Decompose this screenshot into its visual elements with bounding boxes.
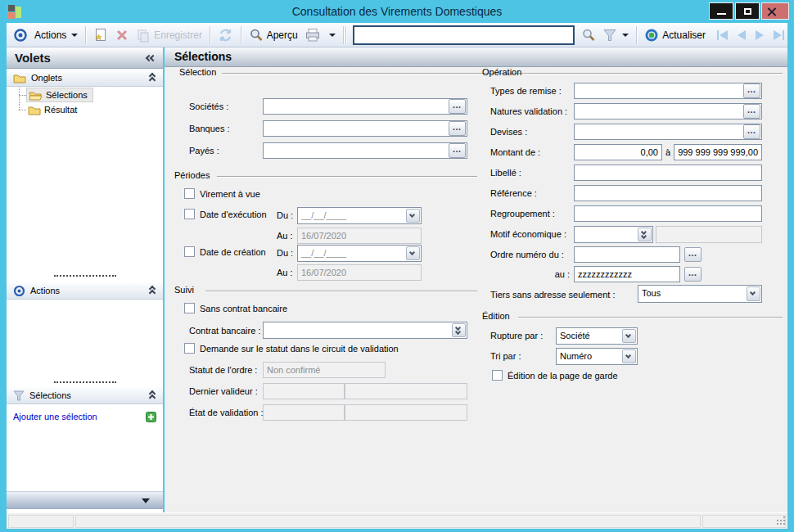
- sans-contrat-checkbox[interactable]: [184, 303, 195, 313]
- motif-economique-detail-input: [656, 226, 762, 243]
- types-remise-label: Types de remise :: [490, 86, 562, 96]
- contrat-bancaire-combo[interactable]: [263, 322, 467, 339]
- rupture-par-label: Rupture par :: [490, 331, 543, 340]
- chevron-down-icon[interactable]: [747, 286, 760, 301]
- ordre-numero-au-input[interactable]: [574, 266, 680, 282]
- ordre-numero-du-browse-button[interactable]: [684, 247, 702, 262]
- sidebar-item-selections[interactable]: Sélections: [26, 88, 93, 102]
- banques-browse-button[interactable]: [449, 121, 466, 136]
- section-actions-header[interactable]: Actions: [7, 282, 163, 300]
- chevron-down-icon[interactable]: [406, 209, 420, 223]
- natures-validation-browse-button[interactable]: [743, 104, 760, 119]
- montant-to-input[interactable]: [674, 144, 762, 160]
- last-record-button[interactable]: [774, 30, 784, 40]
- tri-par-select[interactable]: Numéro: [556, 348, 638, 365]
- refresh-label: Actualiser: [662, 29, 706, 41]
- actions-menu-button[interactable]: Actions: [31, 28, 81, 43]
- rupture-par-select[interactable]: Société: [556, 327, 638, 345]
- chevron-double-down-icon[interactable]: [452, 323, 466, 337]
- sync-button[interactable]: [214, 26, 237, 44]
- group-line: [518, 317, 783, 318]
- tiers-sans-adresse-select[interactable]: Tous: [638, 285, 762, 303]
- tree-guide: [19, 110, 26, 110]
- page-garde-label: Édition de la page de garde: [508, 371, 618, 381]
- maximize-button[interactable]: [735, 2, 760, 20]
- section-selections-header[interactable]: Sélections: [7, 386, 163, 404]
- devises-browse-button[interactable]: [743, 124, 760, 139]
- separator: [241, 26, 241, 44]
- preview-button[interactable]: Aperçu: [246, 26, 301, 44]
- date-creation-du-combo[interactable]: __/__/____: [297, 245, 422, 262]
- add-plus-icon[interactable]: [146, 412, 156, 422]
- first-record-button[interactable]: [717, 30, 728, 40]
- refresh-button[interactable]: Actualiser: [641, 26, 709, 44]
- resize-grip[interactable]: [777, 518, 785, 526]
- collapse-sidebar-button[interactable]: [147, 54, 155, 63]
- regroupement-input[interactable]: [574, 205, 762, 222]
- chevron-down-icon[interactable]: [622, 329, 636, 343]
- payes-input[interactable]: [263, 142, 467, 159]
- contrat-bancaire-label: Contrat bancaire :: [189, 326, 260, 336]
- section-onglets-header[interactable]: Onglets: [7, 69, 163, 87]
- motif-economique-combo[interactable]: [574, 226, 653, 243]
- date-execution-du-combo[interactable]: __/__/____: [297, 207, 422, 224]
- search-button[interactable]: [578, 26, 599, 44]
- libelle-input[interactable]: [574, 165, 762, 181]
- date-creation-checkbox[interactable]: [184, 246, 195, 257]
- funnel-icon: [602, 29, 617, 42]
- page-garde-checkbox[interactable]: [492, 370, 503, 381]
- chevron-double-down-icon[interactable]: [638, 228, 652, 241]
- folder-icon: [28, 105, 41, 115]
- reference-input[interactable]: [574, 185, 762, 201]
- minimize-button[interactable]: [709, 2, 733, 20]
- chevron-down-icon[interactable]: [406, 246, 420, 260]
- au-label: Au :: [277, 231, 293, 241]
- group-suivi-title: Suivi: [174, 285, 194, 295]
- date-execution-checkbox[interactable]: [184, 209, 195, 219]
- refresh-arrows-icon: [218, 28, 233, 43]
- save-label: Enregistrer: [154, 29, 202, 41]
- last-icon: [774, 30, 782, 40]
- next-record-button[interactable]: [756, 30, 764, 40]
- devises-input[interactable]: [574, 124, 762, 140]
- societes-browse-button[interactable]: [449, 99, 466, 114]
- ordre-numero-au-browse-button[interactable]: [684, 267, 702, 282]
- previous-record-button[interactable]: [738, 30, 746, 40]
- add-selection-link[interactable]: Ajouter une sélection: [13, 412, 146, 422]
- virement-a-vue-label: Virement à vue: [200, 189, 260, 199]
- sidebar-item-resultat[interactable]: Résultat: [28, 102, 77, 117]
- close-button[interactable]: [761, 2, 789, 20]
- collapse-section-icon[interactable]: [148, 391, 156, 400]
- banques-input[interactable]: [263, 120, 467, 137]
- chevron-down-icon: [622, 34, 629, 37]
- titlebar[interactable]: Consultation des Virements Domestiques: [0, 0, 794, 23]
- splitter-handle[interactable]: [54, 275, 116, 277]
- montant-from-input[interactable]: [574, 144, 662, 160]
- new-button[interactable]: [90, 26, 111, 44]
- societes-input[interactable]: [263, 98, 467, 115]
- collapse-section-icon[interactable]: [148, 74, 156, 83]
- print-button[interactable]: [301, 26, 324, 44]
- chevron-down-icon[interactable]: [622, 349, 636, 363]
- delete-button[interactable]: [111, 26, 133, 44]
- filter-button[interactable]: [599, 27, 632, 43]
- natures-validation-input[interactable]: [574, 103, 762, 119]
- types-remise-browse-button[interactable]: [743, 83, 760, 98]
- types-remise-input[interactable]: [574, 83, 762, 99]
- sidebar-collapse-strip[interactable]: [7, 491, 163, 509]
- ordre-numero-du-input[interactable]: [574, 246, 680, 263]
- save-button[interactable]: Enregistrer: [133, 26, 205, 44]
- virement-a-vue-checkbox[interactable]: [184, 188, 195, 199]
- print-options-button[interactable]: [324, 32, 339, 38]
- splitter-handle[interactable]: [54, 381, 116, 383]
- actualiser-icon: [644, 28, 659, 43]
- payes-browse-button[interactable]: [449, 143, 466, 158]
- libelle-label: Libellé :: [490, 168, 521, 178]
- collapse-section-icon[interactable]: [148, 286, 156, 295]
- demande-statut-checkbox[interactable]: [184, 343, 195, 354]
- first-icon: [720, 30, 728, 40]
- search-input[interactable]: [353, 25, 575, 45]
- reference-label: Référence :: [490, 188, 537, 198]
- group-line: [530, 73, 783, 74]
- search-icon: [581, 28, 596, 43]
